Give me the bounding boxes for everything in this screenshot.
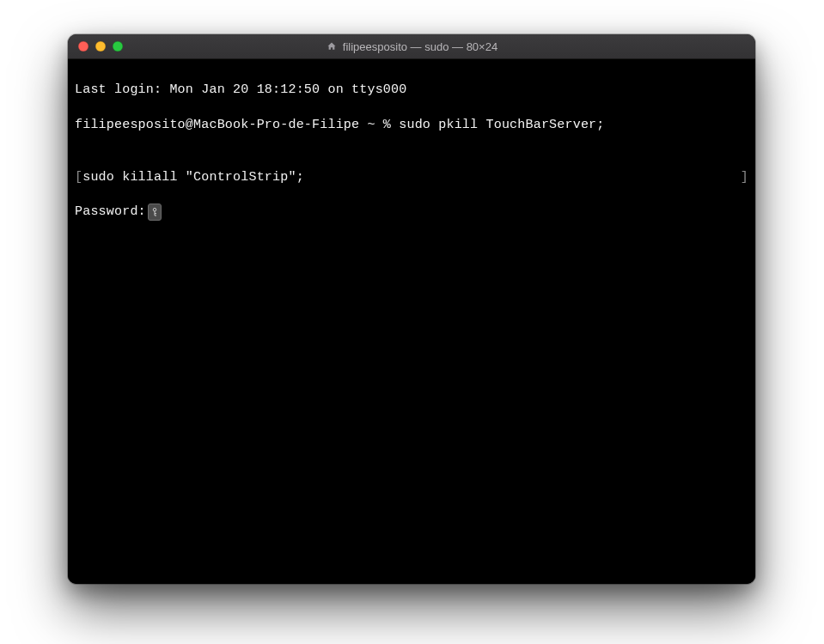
titlebar[interactable]: filipeesposito — sudo — 80×24: [68, 34, 755, 59]
close-button[interactable]: [78, 41, 89, 52]
terminal-window: filipeesposito — sudo — 80×24 Last login…: [68, 34, 755, 584]
continuation-line: [sudo killall "ControlStrip";]: [75, 169, 748, 186]
password-label: Password:: [75, 204, 146, 219]
key-icon: [148, 204, 162, 221]
bracket-close: ]: [741, 169, 748, 186]
terminal-body[interactable]: Last login: Mon Jan 20 18:12:50 on ttys0…: [68, 59, 755, 584]
password-line: Password:: [75, 204, 748, 221]
traffic-lights: [68, 34, 123, 58]
minimize-button[interactable]: [95, 41, 106, 52]
last-login-line: Last login: Mon Jan 20 18:12:50 on ttys0…: [75, 82, 748, 99]
bracket-open: [: [75, 170, 82, 185]
continuation-cmd: sudo killall "ControlStrip";: [82, 170, 304, 185]
svg-point-0: [153, 208, 156, 211]
window-title: filipeesposito — sudo — 80×24: [68, 40, 755, 52]
zoom-button[interactable]: [113, 41, 123, 52]
home-icon: [326, 40, 338, 52]
prompt-line: filipeesposito@MacBook-Pro-de-Filipe ~ %…: [75, 117, 748, 134]
window-title-text: filipeesposito — sudo — 80×24: [343, 41, 497, 52]
